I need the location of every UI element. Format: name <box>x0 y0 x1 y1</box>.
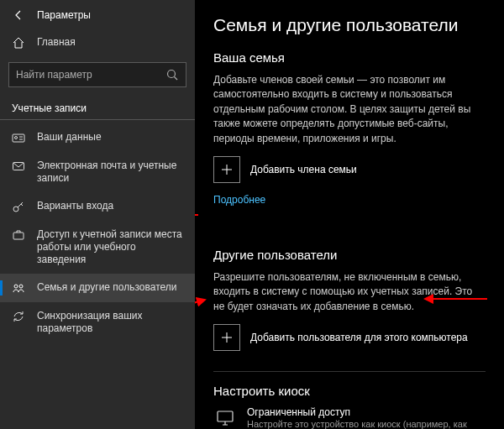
svg-point-7 <box>19 285 23 288</box>
sidebar-item-work-school[interactable]: Доступ к учетной записи места работы или… <box>0 221 195 274</box>
search-icon <box>165 68 179 81</box>
sidebar-item-label: Ваши данные <box>37 131 102 144</box>
search-input[interactable] <box>16 69 165 81</box>
sidebar-item-label: Семья и другие пользователи <box>37 281 177 294</box>
sidebar-item-label: Электронная почта и учетные записи <box>37 160 183 185</box>
sidebar-item-label: Синхронизация ваших параметров <box>37 310 183 335</box>
home-icon <box>12 36 25 50</box>
sidebar-item-label: Доступ к учетной записи места работы или… <box>37 228 183 266</box>
svg-rect-8 <box>218 411 233 421</box>
sync-icon <box>12 310 25 323</box>
sidebar-item-email[interactable]: Электронная почта и учетные записи <box>0 152 195 192</box>
svg-point-2 <box>15 137 18 139</box>
svg-rect-5 <box>13 233 24 239</box>
sidebar-item-signin-options[interactable]: Варианты входа <box>0 192 195 221</box>
content-pane: Семья и другие пользователи Ваша семья Д… <box>195 0 504 429</box>
add-other-user-label: Добавить пользователя для этого компьюте… <box>250 332 468 343</box>
annotation-arrow <box>195 296 208 318</box>
people-icon <box>12 281 25 295</box>
annotation-arrow <box>195 208 200 222</box>
search-row <box>0 57 195 92</box>
divider <box>213 371 486 372</box>
briefcase-icon <box>12 228 25 242</box>
svg-point-0 <box>168 71 176 78</box>
plus-icon <box>213 324 240 351</box>
family-desc: Добавьте членов своей семьи — это позвол… <box>213 73 486 146</box>
add-family-label: Добавить члена семьи <box>250 164 357 175</box>
sidebar-item-sync[interactable]: Синхронизация ваших параметров <box>0 302 195 343</box>
kiosk-item-sub: Настройте это устройство как киоск (напр… <box>247 418 486 429</box>
learn-more-link[interactable]: Подробнее <box>213 194 265 206</box>
page-title: Семья и другие пользователи <box>213 15 486 35</box>
window-header: Параметры <box>0 0 195 29</box>
add-other-user-button[interactable]: Добавить пользователя для этого компьюте… <box>213 324 486 351</box>
others-desc: Разрешите пользователям, не включенным в… <box>213 270 486 314</box>
kiosk-item[interactable]: Ограниченный доступ Настройте это устрой… <box>213 406 486 429</box>
kiosk-section: Настроить киоск Ограниченный доступ Наст… <box>213 384 486 429</box>
window-title: Параметры <box>37 9 91 21</box>
sidebar-item-your-info[interactable]: Ваши данные <box>0 123 195 152</box>
sidebar-item-family[interactable]: Семья и другие пользователи <box>0 274 195 302</box>
others-title: Другие пользователи <box>213 248 486 262</box>
key-icon <box>12 200 25 213</box>
svg-point-6 <box>14 285 18 288</box>
plus-icon <box>213 156 240 183</box>
back-icon[interactable] <box>12 8 25 22</box>
nav-list: Ваши данные Электронная почта и учетные … <box>0 123 195 343</box>
kiosk-item-title: Ограниченный доступ <box>247 406 486 418</box>
sidebar: Параметры Главная Учетные записи Ваши да… <box>0 0 195 429</box>
monitor-icon <box>213 406 237 429</box>
kiosk-title: Настроить киоск <box>213 384 486 398</box>
search-box[interactable] <box>8 62 186 87</box>
home-button[interactable]: Главная <box>0 29 195 57</box>
mail-icon <box>12 160 25 173</box>
svg-line-10 <box>195 300 205 315</box>
other-users-section: Другие пользователи Разрешите пользовате… <box>213 248 486 351</box>
home-label: Главная <box>37 36 76 49</box>
family-title: Ваша семья <box>213 50 486 65</box>
add-family-member-button[interactable]: Добавить члена семьи <box>213 156 486 183</box>
family-section: Ваша семья Добавьте членов своей семьи —… <box>213 50 486 228</box>
category-heading: Учетные записи <box>0 92 195 120</box>
sidebar-item-label: Варианты входа <box>37 200 113 212</box>
kiosk-text: Ограниченный доступ Настройте это устрой… <box>247 406 486 429</box>
id-card-icon <box>12 131 25 144</box>
